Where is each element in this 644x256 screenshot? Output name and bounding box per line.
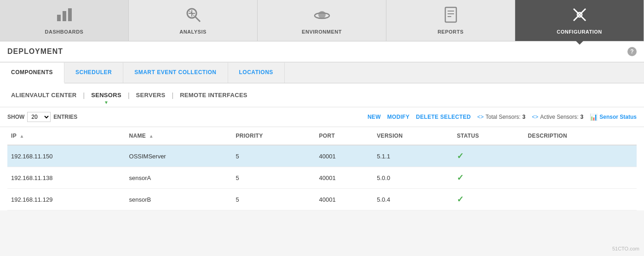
nav-reports-label: REPORTS [437,29,464,35]
table-row[interactable]: 192.168.11.150 OSSIMServer 5 40001 5.1.1… [7,145,637,167]
cell-ip: 192.168.11.129 [7,189,126,210]
col-port: PORT [316,127,374,145]
nav-environment[interactable]: ENVIRONMENT [258,0,386,41]
toolbar: SHOW 20 10 50 100 ENTRIES NEW MODIFY DEL… [0,107,644,127]
reports-icon [443,6,459,26]
new-button[interactable]: NEW [368,114,381,120]
deployment-title: DEPLOYMENT [7,47,63,56]
svg-rect-10 [445,7,456,22]
cell-priority: 5 [232,145,315,167]
col-version: VERSION [373,127,453,145]
dashboards-icon [56,6,73,26]
tabs-row: COMPONENTS SCHEDULER SMART EVENT COLLECT… [0,63,644,83]
sub-nav-remote-interfaces[interactable]: REMOTE INTERFACES [176,90,251,100]
sub-nav-sensors[interactable]: SENSORS [87,90,125,100]
cell-priority: 5 [232,167,315,189]
total-sensors-label: Total Sensors: [485,114,520,120]
col-ip: IP ▲ [7,127,126,145]
sub-nav-servers[interactable]: SERVERS [132,90,169,100]
cell-status: ✓ [453,167,524,189]
show-label: SHOW [7,114,24,120]
svg-point-9 [318,11,326,18]
nav-analysis-label: ANALYSIS [179,29,207,35]
sensors-table: IP ▲ NAME ▲ PRIORITY PORT VERSION STATUS… [7,127,637,210]
col-description: DESCRIPTION [524,127,637,145]
sep-1: | [80,92,88,99]
name-sort-icon[interactable]: ▲ [149,134,154,139]
delete-selected-button[interactable]: DELETE SELECTED [416,114,471,120]
tab-locations[interactable]: LOCATIONS [228,63,285,83]
status-ok-icon: ✓ [457,173,464,182]
tab-scheduler[interactable]: SCHEDULER [64,63,123,83]
cell-status: ✓ [453,189,524,210]
help-button[interactable]: ? [627,47,637,56]
deployment-header: DEPLOYMENT ? [0,41,644,63]
status-ok-icon: ✓ [457,195,464,204]
toolbar-left: SHOW 20 10 50 100 ENTRIES [7,112,77,122]
table-row[interactable]: 192.168.11.129 sensorB 5 40001 5.0.4 ✓ [7,189,637,210]
cell-description [524,167,637,189]
nav-environment-label: ENVIRONMENT [302,29,342,35]
nav-dashboards-label: DASHBOARDS [45,29,84,35]
sub-nav-alienvault-center[interactable]: ALIENVAULT CENTER [7,90,80,100]
cell-port: 40001 [316,145,374,167]
cell-ip: 192.168.11.138 [7,167,126,189]
col-name: NAME ▲ [126,127,232,145]
cell-name: OSSIMServer [126,145,232,167]
cell-name: sensorB [126,189,232,210]
cell-port: 40001 [316,167,374,189]
svg-rect-1 [63,11,66,21]
tab-smart-event-collection[interactable]: SMART EVENT COLLECTION [123,63,228,83]
nav-configuration-label: CONFIGURATION [557,29,602,35]
cell-status: ✓ [453,145,524,167]
cell-description [524,189,637,210]
svg-line-4 [195,17,200,22]
col-priority: PRIORITY [232,127,315,145]
active-sensors-info: <> Active Sensors: 3 [532,114,583,120]
cell-priority: 5 [232,189,315,210]
nav-analysis[interactable]: ANALYSIS [129,0,258,41]
chart-icon: 📊 [590,113,598,121]
modify-button[interactable]: MODIFY [387,114,409,120]
active-sensors-icon: <> [532,114,538,120]
tab-components[interactable]: COMPONENTS [0,63,64,83]
show-select[interactable]: 20 10 50 100 [27,112,51,122]
table-container: IP ▲ NAME ▲ PRIORITY PORT VERSION STATUS… [0,127,644,210]
entries-label: ENTRIES [53,114,77,120]
cell-ip: 192.168.11.150 [7,145,126,167]
cell-version: 5.0.0 [373,167,453,189]
active-sensors-label: Active Sensors: [540,114,578,120]
cell-name: sensorA [126,167,232,189]
ip-sort-icon[interactable]: ▲ [19,134,24,139]
col-status: STATUS [453,127,524,145]
cell-description [524,145,637,167]
sep-2: | [125,92,132,99]
sub-nav: ALIENVAULT CENTER | SENSORS | SERVERS | … [0,83,644,107]
svg-rect-2 [68,8,72,21]
table-row[interactable]: 192.168.11.138 sensorA 5 40001 5.0.0 ✓ [7,167,637,189]
nav-dashboards[interactable]: DASHBOARDS [0,0,129,41]
svg-rect-0 [57,15,61,21]
table-header-row: IP ▲ NAME ▲ PRIORITY PORT VERSION STATUS… [7,127,637,145]
sensor-status-link[interactable]: Sensor Status [599,114,637,120]
total-sensors-info: <> Total Sensors: 3 [477,114,525,120]
toolbar-right: NEW MODIFY DELETE SELECTED <> Total Sens… [368,113,637,121]
cell-port: 40001 [316,189,374,210]
total-sensors-icon: <> [477,114,483,120]
nav-configuration[interactable]: CONFIGURATION [515,0,644,41]
nav-reports[interactable]: REPORTS [386,0,515,41]
status-ok-icon: ✓ [457,151,464,161]
total-sensors-count: 3 [523,114,526,120]
top-nav: DASHBOARDS ANALYSIS ENVIRONMENT [0,0,644,41]
sep-3: | [169,92,177,99]
configuration-icon [571,6,588,26]
cell-version: 5.1.1 [373,145,453,167]
environment-icon [314,6,330,26]
sensor-status-info: 📊 Sensor Status [590,113,637,121]
analysis-icon [185,6,201,26]
cell-version: 5.0.4 [373,189,453,210]
active-sensors-count: 3 [581,114,584,120]
